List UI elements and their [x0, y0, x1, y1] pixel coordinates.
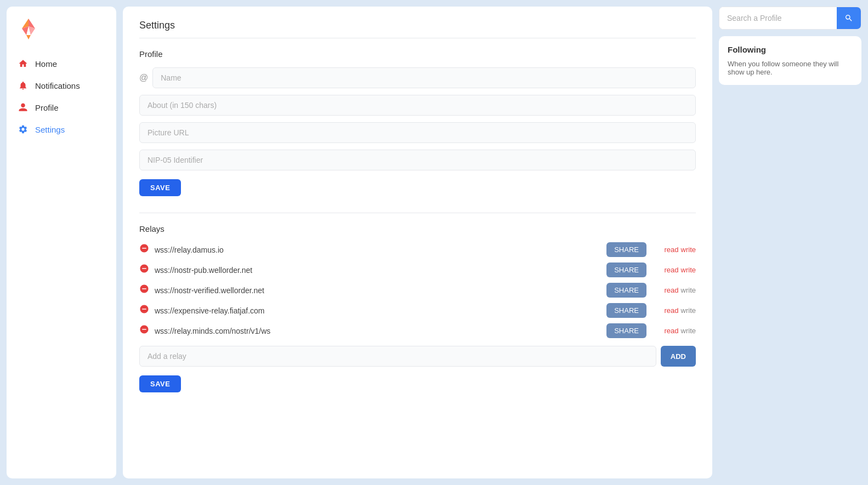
relay-write-perm[interactable]: write — [681, 266, 696, 274]
relay-url: wss://nostr-verified.wellorder.net — [155, 286, 601, 295]
relay-remove-icon[interactable] — [139, 284, 149, 296]
relay-write-perm: write — [681, 286, 696, 294]
relay-share-button[interactable]: SHARE — [606, 303, 646, 318]
name-input-row: @ — [139, 67, 696, 88]
sidebar-nav: Home Notifications Profile Settings — [7, 53, 116, 140]
relays-section-title: Relays — [139, 224, 696, 233]
sidebar-item-notifications[interactable]: Notifications — [7, 75, 116, 96]
relay-row: wss://nostr-verified.wellorder.net SHARE… — [139, 283, 696, 298]
following-empty-text: When you follow someone they will show u… — [728, 60, 853, 76]
add-relay-input[interactable] — [139, 346, 656, 367]
person-icon — [18, 102, 29, 113]
sidebar-item-settings[interactable]: Settings — [7, 118, 116, 140]
name-input[interactable] — [152, 67, 696, 88]
add-relay-button[interactable]: ADD — [661, 346, 696, 367]
profile-section-title: Profile — [139, 49, 696, 59]
relay-write-perm: write — [681, 327, 696, 335]
relay-permissions: read write — [652, 286, 696, 294]
relay-url: wss://relay.minds.com/nostr/v1/ws — [155, 327, 601, 335]
save-profile-button[interactable]: SAVE — [139, 179, 181, 196]
nip05-wrapper — [139, 150, 696, 170]
sidebar-item-profile-label: Profile — [35, 103, 59, 112]
relay-share-button[interactable]: SHARE — [606, 242, 646, 257]
relay-read-perm[interactable]: read — [665, 246, 679, 254]
relay-remove-icon[interactable] — [139, 304, 149, 317]
sidebar-item-profile[interactable]: Profile — [7, 96, 116, 118]
picture-url-wrapper — [139, 122, 696, 143]
main-content: Settings Profile @ SAVE Relays — [123, 7, 712, 478]
relay-row: wss://relay.minds.com/nostr/v1/ws SHARE … — [139, 323, 696, 338]
relay-remove-icon[interactable] — [139, 243, 149, 256]
right-panel: Following When you follow someone they w… — [719, 7, 861, 478]
relay-share-button[interactable]: SHARE — [606, 263, 646, 277]
relay-read-perm[interactable]: read — [665, 306, 679, 315]
following-panel: Following When you follow someone they w… — [719, 36, 861, 85]
relay-remove-icon[interactable] — [139, 264, 149, 276]
relay-read-perm[interactable]: read — [665, 286, 679, 294]
bell-icon — [18, 80, 29, 91]
relay-permissions: read write — [652, 306, 696, 315]
sidebar-item-settings-label: Settings — [35, 125, 65, 134]
relay-url: wss://relay.damus.io — [155, 246, 601, 254]
app-logo — [15, 15, 42, 42]
relay-row: wss://nostr-pub.wellorder.net SHARE read… — [139, 263, 696, 277]
save-relays-button[interactable]: SAVE — [139, 375, 181, 392]
relay-read-perm[interactable]: read — [665, 327, 679, 335]
section-divider — [139, 213, 696, 213]
search-input[interactable] — [719, 7, 837, 29]
relay-read-perm[interactable]: read — [665, 266, 679, 274]
relay-permissions: read write — [652, 246, 696, 254]
sidebar-item-home[interactable]: Home — [7, 53, 116, 75]
about-input[interactable] — [139, 95, 696, 116]
about-input-wrapper — [139, 95, 696, 116]
relay-permissions: read write — [652, 327, 696, 335]
relay-write-perm[interactable]: write — [681, 246, 696, 254]
page-title: Settings — [139, 20, 696, 38]
at-symbol: @ — [139, 73, 148, 83]
relay-share-button[interactable]: SHARE — [606, 323, 646, 338]
relay-row: wss://relay.damus.io SHARE read write — [139, 242, 696, 257]
profile-section: Profile @ SAVE — [139, 49, 696, 196]
add-relay-row: ADD — [139, 346, 696, 367]
relay-row: wss://expensive-relay.fiatjaf.com SHARE … — [139, 303, 696, 318]
relay-remove-icon[interactable] — [139, 324, 149, 337]
sidebar-item-home-label: Home — [35, 59, 57, 69]
search-box — [719, 7, 861, 30]
relay-url: wss://nostr-pub.wellorder.net — [155, 266, 601, 275]
svg-marker-4 — [26, 35, 31, 39]
sidebar: Home Notifications Profile Settings — [7, 7, 116, 478]
sidebar-logo — [7, 15, 116, 53]
picture-url-input[interactable] — [139, 122, 696, 143]
relays-section: Relays wss://relay.damus.io SHARE read w… — [139, 224, 696, 392]
home-icon — [18, 58, 29, 69]
relay-url: wss://expensive-relay.fiatjaf.com — [155, 306, 601, 315]
following-title: Following — [728, 45, 853, 54]
relay-share-button[interactable]: SHARE — [606, 283, 646, 298]
search-icon — [844, 14, 853, 22]
relay-list: wss://relay.damus.io SHARE read write ws… — [139, 242, 696, 338]
nip05-input[interactable] — [139, 150, 696, 170]
sidebar-item-notifications-label: Notifications — [35, 81, 80, 90]
relay-write-perm: write — [681, 306, 696, 315]
relay-permissions: read write — [652, 266, 696, 274]
gear-icon — [18, 124, 29, 135]
search-button[interactable] — [837, 7, 861, 29]
